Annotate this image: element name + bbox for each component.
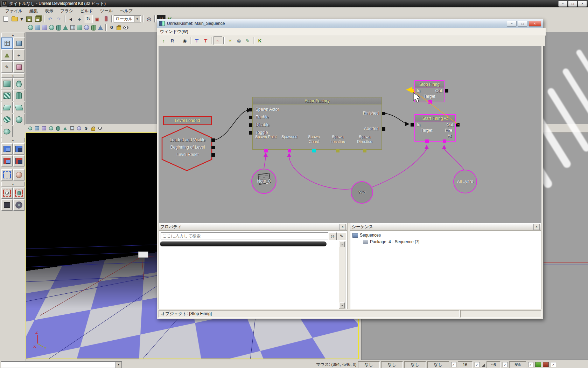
variable-connector-spawn-point[interactable]	[264, 149, 268, 152]
search-icon-button[interactable]: ◎	[328, 232, 337, 240]
menu-brush[interactable]: ブラシ	[57, 7, 76, 15]
brush-curved-stairs-button[interactable]	[1, 126, 13, 137]
cone-icon[interactable]	[62, 125, 68, 131]
input-connector-highlighted[interactable]	[411, 89, 414, 93]
kismet-window[interactable]: UnrealKismet: Main_Sequence − □ × ウィンドウ(…	[157, 19, 543, 319]
hide-brush-markers-button[interactable]	[13, 188, 24, 199]
variable-connector-target[interactable]	[425, 139, 429, 143]
save-button[interactable]	[24, 15, 33, 23]
variable-connector-fire-at[interactable]	[443, 139, 446, 143]
tree-item-sequences[interactable]: Sequences	[352, 233, 381, 238]
sidebar-expander[interactable]: ▲	[1, 182, 24, 186]
action-node-start-firing-at[interactable]: Start Firing At In Out Target Fire At	[414, 114, 456, 142]
menu-tools[interactable]: ツール	[97, 7, 116, 15]
group-toggle-button[interactable]: G	[83, 125, 89, 131]
output-connector[interactable]	[456, 123, 460, 127]
lock-icon[interactable]	[115, 25, 122, 30]
cube-icon[interactable]	[34, 25, 41, 30]
rename-button[interactable]: R	[168, 36, 177, 45]
input-connector[interactable]	[411, 123, 414, 127]
menu-help[interactable]: ヘルプ	[117, 7, 136, 15]
scale-tool-button[interactable]: ▣	[93, 15, 102, 23]
sidebar-expander[interactable]: ▲	[1, 138, 24, 142]
grid-icon[interactable]	[69, 125, 75, 131]
eye-icon[interactable]	[122, 25, 129, 30]
brush-cylinder-button[interactable]	[13, 90, 24, 101]
properties-search-input[interactable]	[161, 232, 329, 239]
terrain-mode-button[interactable]	[1, 49, 13, 61]
maximize-button[interactable]: □	[568, 1, 577, 7]
redo-button[interactable]: ↷	[54, 15, 63, 23]
widget-dark-button[interactable]	[1, 199, 13, 211]
grid-snap-checkbox[interactable]: ✓	[451, 362, 456, 367]
eye-icon[interactable]	[97, 125, 103, 131]
settings-gear-button[interactable]	[13, 199, 24, 211]
brush-plane-button[interactable]	[13, 102, 24, 113]
scale-nonuniform-button[interactable]	[102, 15, 110, 23]
rotate-tool-button[interactable]: ↻	[84, 15, 93, 23]
variable-node-unknown[interactable]: ???	[351, 181, 373, 204]
bottom-combo[interactable]: ▼	[1, 361, 122, 368]
hide-unused-connectors-button[interactable]: ◉	[180, 36, 189, 45]
brush-curved-button[interactable]	[13, 78, 24, 89]
kismet-maximize-button[interactable]: □	[518, 21, 527, 27]
menu-build[interactable]: ビルド	[77, 7, 96, 15]
cylinder2-icon[interactable]	[90, 25, 97, 30]
scale-snap-value[interactable]: 5%	[509, 361, 526, 368]
brush-cube-button[interactable]	[1, 78, 13, 89]
minimize-button[interactable]: −	[558, 1, 567, 7]
kismet-minimize-button[interactable]: −	[507, 21, 517, 27]
action-node-actor-factory[interactable]: Actor Factory Spawn Actor Enable Disable…	[252, 97, 382, 150]
output-connector[interactable]	[445, 89, 448, 93]
cube-icon[interactable]	[41, 125, 47, 131]
event-node-level-loaded-title[interactable]: Level Loaded	[163, 116, 212, 125]
sphere2-icon[interactable]	[83, 25, 90, 30]
output-connector[interactable]	[211, 153, 215, 157]
autosave-checkbox[interactable]: ✓	[528, 362, 533, 367]
brush-sphere-button[interactable]	[13, 114, 24, 125]
sequences-close-icon[interactable]: ×	[533, 224, 540, 230]
menu-edit[interactable]: 編集	[26, 7, 41, 15]
input-connector[interactable]	[249, 123, 252, 127]
update-button[interactable]: ✎	[243, 36, 252, 45]
search-sequences-button[interactable]: ◎	[234, 36, 243, 45]
property-category-bar[interactable]	[160, 241, 327, 246]
variable-node-all-players[interactable]: All ..yers	[453, 170, 477, 193]
menu-file[interactable]: ファイル	[2, 7, 26, 15]
variable-connector-spawn-location[interactable]	[336, 149, 340, 152]
grid-size-value[interactable]: 16	[458, 361, 472, 368]
output-connector[interactable]	[211, 138, 215, 142]
input-connector[interactable]	[249, 108, 252, 111]
variable-connector-spawn-direction[interactable]	[363, 149, 366, 152]
open-file-button[interactable]	[10, 15, 19, 23]
group-toggle-button[interactable]: G	[108, 25, 115, 30]
properties-scrollbar[interactable]: ▲ ▼	[339, 241, 345, 309]
scale-snap-checkbox[interactable]: ✓	[503, 362, 508, 367]
static-mesh-mode-button[interactable]	[13, 61, 24, 73]
sidebar-expander[interactable]: ▲	[1, 33, 24, 37]
undo-button[interactable]: ↶	[46, 15, 54, 23]
output-connector[interactable]	[382, 112, 385, 115]
cube-icon[interactable]	[34, 125, 40, 131]
csg-deintersect-button[interactable]	[13, 155, 24, 166]
realtime-checkbox[interactable]: ✓	[551, 362, 556, 367]
properties-close-icon[interactable]: ×	[340, 224, 346, 230]
cylinder-icon[interactable]	[55, 125, 61, 131]
variable-connector-spawned[interactable]	[288, 149, 291, 152]
action-node-stop-firing[interactable]: Stop Firing In Out Target	[414, 80, 444, 102]
output-connector[interactable]	[382, 127, 385, 131]
kismet-menu-window[interactable]: ウィンドウ(W)	[160, 29, 188, 35]
camera-speed-icon[interactable]	[27, 25, 34, 30]
sphere-icon[interactable]	[48, 25, 55, 30]
grid-icon[interactable]	[69, 25, 76, 30]
geometry-mode-button[interactable]	[13, 38, 24, 49]
curved-connections-toggle[interactable]: ~	[214, 36, 222, 45]
variable-node-note[interactable]: Note_0	[251, 169, 276, 194]
rotation-snap-checkbox[interactable]: ✓	[475, 362, 480, 367]
panel-splitter[interactable]	[348, 223, 350, 309]
brush-stairs-button[interactable]	[1, 90, 13, 101]
cube3-icon[interactable]	[76, 25, 83, 30]
sidebar-expander[interactable]: ▲	[1, 73, 24, 78]
autosave-status-icon[interactable]	[535, 362, 541, 367]
csg-subtract-button[interactable]	[13, 143, 24, 155]
